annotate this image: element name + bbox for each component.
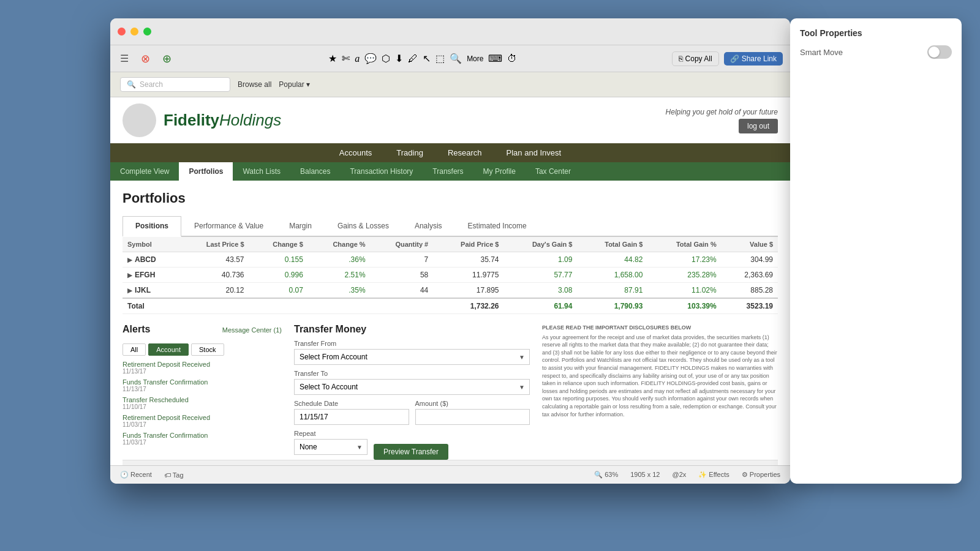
subnav-tax-center[interactable]: Tax Center xyxy=(526,162,581,181)
cell-value: 2,363.69 xyxy=(722,268,778,283)
cell-change-dollar: 0.155 xyxy=(249,252,308,268)
total-gain-pct: 103.39% xyxy=(647,298,721,314)
alert-tab-all[interactable]: All xyxy=(123,343,146,356)
maximize-button[interactable] xyxy=(143,28,151,36)
subnav-transaction-history[interactable]: Transaction History xyxy=(340,162,423,181)
subnav-watchlists[interactable]: Watch Lists xyxy=(233,162,290,181)
search-zoom-icon[interactable]: 🔍 xyxy=(450,53,462,64)
more-label[interactable]: More xyxy=(467,54,483,63)
cell-quantity: 7 xyxy=(371,252,434,268)
alert-item-title[interactable]: Funds Transfer Confirmation xyxy=(123,378,282,386)
amount-input[interactable] xyxy=(415,409,530,425)
alert-item-date: 11/03/17 xyxy=(123,439,282,446)
list-item: Retirement Deposit Received 11/13/17 xyxy=(123,361,282,375)
total-days-gain: 61.94 xyxy=(503,298,577,314)
tab-margin[interactable]: Margin xyxy=(276,216,325,236)
alerts-title: Alerts xyxy=(123,324,150,335)
timer-icon[interactable]: ⏱ xyxy=(507,53,517,64)
popular-button[interactable]: Popular ▾ xyxy=(279,80,310,89)
nav-accounts[interactable]: Accounts xyxy=(339,148,372,157)
star-icon[interactable]: ★ xyxy=(328,53,337,64)
nav-research[interactable]: Research xyxy=(448,148,482,157)
disclosures-header: PLEASE READ THE IMPORTANT DISCLOSURES BE… xyxy=(542,324,778,332)
hamburger-icon[interactable]: ☰ xyxy=(118,50,131,67)
cell-total-gain: 44.82 xyxy=(577,252,647,268)
right-panel-title: Tool Properties xyxy=(800,28,952,38)
cursor-icon[interactable]: ↖ xyxy=(423,53,431,64)
transfer-from-select[interactable]: Select From Account xyxy=(294,349,530,365)
zoom-level: 🔍 63% xyxy=(594,471,618,479)
repeat-select-wrapper: None ▼ xyxy=(294,439,368,455)
cell-quantity: 58 xyxy=(371,268,434,283)
smart-move-toggle[interactable] xyxy=(927,45,952,59)
browse-all-button[interactable]: Browse all xyxy=(238,80,271,89)
copy-all-button[interactable]: ⎘ Copy All xyxy=(672,51,719,66)
recent-button[interactable]: 🕐 Recent xyxy=(120,471,152,479)
message-center-link[interactable]: Message Center (1) xyxy=(222,326,282,334)
alert-tab-account[interactable]: Account xyxy=(148,343,189,356)
subnav-transfers[interactable]: Transfers xyxy=(423,162,473,181)
tab-performance[interactable]: Performance & Value xyxy=(181,216,276,236)
total-value: 3523.19 xyxy=(722,298,778,314)
cell-last-price: 20.12 xyxy=(179,283,249,299)
logout-button[interactable]: log out xyxy=(739,119,778,133)
cell-last-price: 40.736 xyxy=(179,268,249,283)
alert-item-title[interactable]: Transfer Rescheduled xyxy=(123,396,282,403)
cell-change-pct: .36% xyxy=(308,252,371,268)
table-row: ▶EFGH 40.736 0.996 2.51% 58 11.9775 57.7… xyxy=(123,268,778,283)
col-change-pct: Change % xyxy=(308,237,371,252)
alert-item-title[interactable]: Funds Transfer Confirmation xyxy=(123,432,282,439)
cell-days-gain: 1.09 xyxy=(503,252,577,268)
toolbar: ☰ ⊗ ⊕ ★ ✄ a 💬 ⬡ ⬇ 🖊 ↖ ⬚ 🔍 More ⌨ ⏱ ⎘ Cop… xyxy=(110,45,790,72)
transfer-from-label: Transfer From xyxy=(294,340,530,347)
transfer-to-select[interactable]: Select To Account xyxy=(294,379,530,395)
schedule-date-input[interactable] xyxy=(294,409,409,425)
disclosures-section: PLEASE READ THE IMPORTANT DISCLOSURES BE… xyxy=(542,324,778,460)
search-box[interactable]: 🔍 Search xyxy=(120,77,230,92)
alert-tabs: All Account Stock xyxy=(123,343,282,356)
col-last-price: Last Price $ xyxy=(179,237,249,252)
crosshair-icon[interactable]: ✄ xyxy=(342,53,350,64)
tab-analysis[interactable]: Analysis xyxy=(402,216,455,236)
stop-icon[interactable]: ⊗ xyxy=(138,50,153,68)
transfer-date-amount-row: Schedule Date Amount ($) xyxy=(294,400,530,430)
shapes-icon[interactable]: ⬡ xyxy=(382,53,390,64)
preview-transfer-button[interactable]: Preview Transfer xyxy=(374,444,448,460)
download-icon[interactable]: ⬇ xyxy=(395,53,403,64)
alert-tab-stock[interactable]: Stock xyxy=(191,343,224,356)
properties-button[interactable]: ⚙ Properties xyxy=(742,471,780,479)
tab-estimated-income[interactable]: Estimated Income xyxy=(455,216,540,236)
col-total-gain: Total Gain $ xyxy=(577,237,647,252)
page-title: Portfolios xyxy=(123,190,778,206)
main-nav: Accounts Trading Research Plan and Inves… xyxy=(110,143,790,162)
list-item: Retirement Deposit Received 11/03/17 xyxy=(123,414,282,428)
alert-item-title[interactable]: Retirement Deposit Received xyxy=(123,361,282,368)
nav-trading[interactable]: Trading xyxy=(396,148,423,157)
tag-button[interactable]: 🏷 Tag xyxy=(164,471,184,479)
cell-paid-price: 35.74 xyxy=(433,252,503,268)
text-icon[interactable]: a xyxy=(355,53,360,64)
add-icon[interactable]: ⊕ xyxy=(160,50,174,68)
subnav-my-profile[interactable]: My Profile xyxy=(473,162,526,181)
subnav-complete-view[interactable]: Complete View xyxy=(110,162,179,181)
alert-item-title[interactable]: Retirement Deposit Received xyxy=(123,414,282,421)
repeat-select[interactable]: None xyxy=(294,439,368,455)
logo-area: FidelityHoldings xyxy=(123,103,281,137)
subnav-balances[interactable]: Balances xyxy=(290,162,340,181)
tools-icon[interactable]: ⌨ xyxy=(488,53,502,64)
minimize-button[interactable] xyxy=(130,28,138,36)
selection-icon[interactable]: ⬚ xyxy=(435,53,445,64)
amount-label: Amount ($) xyxy=(415,400,530,407)
table-row: ▶ABCD 43.57 0.155 .36% 7 35.74 1.09 44.8… xyxy=(123,252,778,268)
close-button[interactable] xyxy=(118,28,126,36)
nav-plan-invest[interactable]: Plan and Invest xyxy=(507,148,562,157)
fidelity-header: FidelityHoldings Helping you get hold of… xyxy=(110,97,790,143)
subnav-portfolios[interactable]: Portfolios xyxy=(179,162,233,181)
paint-icon[interactable]: 🖊 xyxy=(408,53,418,64)
tab-gains-losses[interactable]: Gains & Losses xyxy=(325,216,402,236)
scale-display: @2x xyxy=(673,471,687,479)
comment-icon[interactable]: 💬 xyxy=(364,53,377,64)
share-link-button[interactable]: 🔗 Share Link xyxy=(724,52,783,66)
effects-button[interactable]: ✨ Effects xyxy=(698,471,729,479)
tab-positions[interactable]: Positions xyxy=(123,216,181,237)
